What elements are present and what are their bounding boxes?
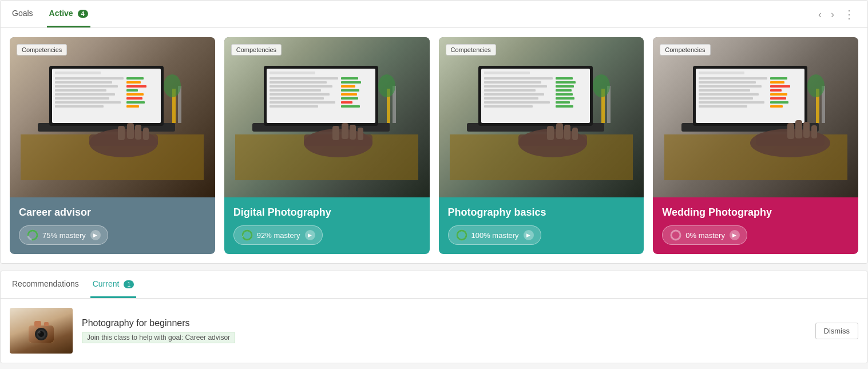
progress-circle-3: [455, 229, 468, 241]
progress-circle-2: [241, 229, 253, 241]
svg-rect-36: [269, 72, 315, 74]
rec-thumbnail-0: [10, 308, 73, 354]
svg-rect-105: [699, 93, 759, 96]
mastery-pill-4[interactable]: 0% mastery ▶: [662, 225, 747, 245]
card-image-career-advisor: Competencies: [10, 37, 215, 197]
laptop-svg-2: [224, 37, 430, 197]
svg-rect-77: [556, 77, 573, 80]
svg-rect-102: [699, 81, 756, 84]
svg-point-63: [243, 231, 252, 240]
tab-recommendations-label: Recommendations: [12, 279, 79, 288]
svg-rect-23: [118, 126, 125, 140]
svg-rect-69: [484, 77, 553, 80]
page-wrapper: Goals Active 4 ‹ › ⋮: [0, 0, 868, 369]
tab-current[interactable]: Current 1: [90, 271, 137, 298]
recommendations-header: Recommendations Current 1: [1, 271, 867, 299]
svg-rect-119: [787, 123, 794, 139]
svg-rect-56: [342, 123, 348, 139]
svg-rect-112: [770, 89, 782, 92]
svg-rect-17: [126, 93, 144, 96]
svg-point-132: [38, 331, 41, 334]
svg-point-126: [671, 231, 680, 240]
svg-rect-7: [55, 85, 118, 88]
competencies-badge-4: Competencies: [660, 44, 710, 55]
mastery-label-2: 92% mastery: [257, 231, 300, 240]
nav-prev-button[interactable]: ‹: [815, 7, 825, 22]
tab-goals-label: Goals: [12, 9, 33, 18]
card-footer-4: Wedding Photography 0% mastery ▶: [653, 197, 858, 254]
laptop-svg-4: [653, 37, 858, 197]
play-button-3[interactable]: ▶: [524, 230, 534, 240]
goal-card-career-advisor[interactable]: Competencies Career advisor 75% mastery: [10, 37, 215, 254]
svg-rect-51: [341, 101, 352, 104]
mastery-pill-1[interactable]: 75% mastery ▶: [19, 225, 108, 245]
dismiss-button-0[interactable]: Dismiss: [815, 323, 859, 339]
svg-rect-87: [547, 126, 554, 140]
svg-rect-50: [341, 97, 358, 100]
svg-rect-109: [770, 77, 787, 80]
svg-rect-83: [556, 101, 570, 104]
svg-point-61: [378, 74, 395, 97]
mastery-pill-3[interactable]: 100% mastery ▶: [448, 225, 541, 245]
more-menu-button[interactable]: ⋮: [840, 5, 858, 23]
rec-title-0: Photography for beginners: [82, 318, 806, 328]
svg-rect-46: [341, 81, 361, 84]
card-footer-1: Career advisor 75% mastery ▶: [10, 197, 215, 254]
svg-rect-52: [341, 105, 360, 108]
goal-card-digital-photography[interactable]: Competencies Digital Photography 92% mas…: [224, 37, 430, 254]
svg-rect-68: [484, 72, 530, 74]
svg-rect-58: [358, 128, 363, 140]
svg-rect-42: [269, 97, 324, 100]
svg-point-125: [807, 74, 825, 97]
svg-rect-26: [143, 128, 149, 140]
svg-rect-79: [556, 85, 574, 88]
card-footer-2: Digital Photography 92% mastery ▶: [224, 197, 430, 254]
nav-next-button[interactable]: ›: [827, 7, 838, 22]
svg-rect-82: [556, 97, 574, 100]
svg-rect-75: [484, 101, 550, 104]
svg-rect-9: [55, 93, 115, 96]
svg-rect-111: [770, 85, 790, 88]
svg-rect-49: [341, 93, 357, 96]
play-button-4[interactable]: ▶: [730, 230, 740, 240]
goals-tabs: Goals Active 4: [10, 1, 97, 27]
svg-rect-35: [267, 69, 375, 123]
recommendation-item-0: Photography for beginners Join this clas…: [1, 299, 867, 363]
cards-grid: Competencies Career advisor 75% mastery: [1, 28, 867, 263]
svg-rect-72: [484, 89, 536, 92]
tab-active-label: Active: [49, 9, 73, 18]
mastery-pill-2[interactable]: 92% mastery ▶: [233, 225, 323, 245]
goal-card-photography-basics[interactable]: Competencies Photography basics 100% mas…: [439, 37, 644, 254]
svg-point-29: [164, 74, 181, 97]
svg-rect-19: [126, 101, 145, 104]
svg-rect-101: [699, 77, 767, 80]
play-button-2[interactable]: ▶: [305, 230, 315, 240]
svg-rect-13: [126, 77, 144, 80]
svg-rect-11: [55, 101, 121, 104]
svg-rect-108: [699, 105, 747, 108]
svg-rect-12: [55, 105, 104, 108]
svg-rect-44: [269, 105, 318, 108]
svg-rect-100: [699, 72, 744, 74]
svg-rect-134: [44, 322, 49, 326]
svg-rect-18: [126, 97, 142, 100]
tab-active[interactable]: Active 4: [47, 1, 90, 27]
svg-rect-70: [484, 81, 541, 84]
card-title-4: Wedding Photography: [662, 207, 849, 219]
svg-rect-5: [55, 77, 124, 80]
goal-card-wedding-photography[interactable]: Competencies Wedding Photography 0% mast…: [653, 37, 858, 254]
goals-header: Goals Active 4 ‹ › ⋮: [1, 1, 867, 28]
svg-rect-73: [484, 93, 544, 96]
svg-rect-47: [341, 85, 355, 88]
card-title-1: Career advisor: [19, 207, 206, 219]
play-button-1[interactable]: ▶: [90, 230, 101, 240]
card-title-2: Digital Photography: [233, 207, 421, 219]
mastery-label-1: 75% mastery: [42, 231, 86, 240]
tab-goals[interactable]: Goals: [10, 1, 35, 27]
laptop-svg-3: [439, 37, 644, 197]
svg-rect-121: [803, 122, 810, 138]
svg-rect-116: [770, 105, 783, 108]
mastery-label-4: 0% mastery: [685, 231, 725, 240]
svg-rect-24: [127, 123, 134, 139]
tab-recommendations[interactable]: Recommendations: [10, 271, 81, 298]
